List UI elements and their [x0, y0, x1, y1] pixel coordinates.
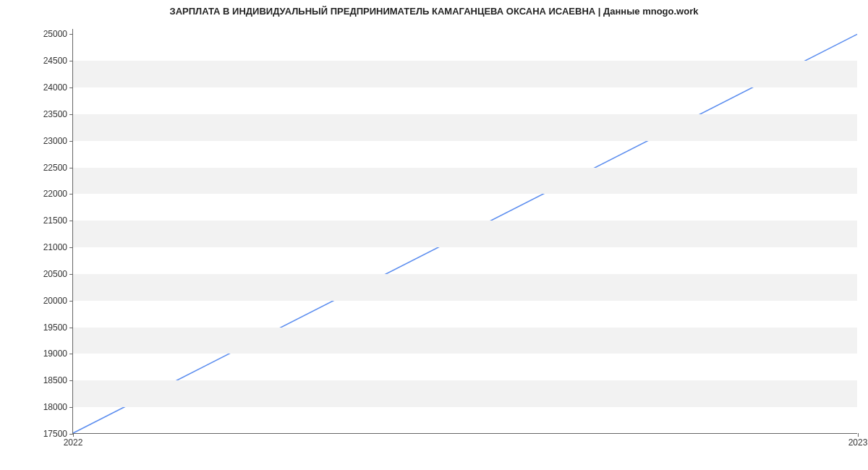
y-tick-label: 23500: [43, 109, 73, 119]
y-tick-label: 21000: [43, 242, 73, 252]
grid-band: [73, 274, 857, 301]
y-tick-label: 18500: [43, 375, 73, 385]
x-tick-label: 2022: [64, 433, 83, 448]
grid-band: [73, 61, 857, 87]
grid-band: [73, 221, 857, 247]
y-tick-label: 19500: [43, 322, 73, 333]
y-tick-label: 18000: [43, 402, 73, 412]
y-tick-label: 24000: [43, 82, 73, 93]
y-tick-label: 25000: [43, 29, 73, 39]
grid-band: [73, 380, 857, 407]
y-tick-label: 22500: [43, 163, 73, 173]
x-tick-label: 2023: [848, 433, 868, 448]
y-tick-label: 23000: [43, 136, 73, 146]
salary-line-chart: ЗАРПЛАТА В ИНДИВИДУАЛЬНЫЙ ПРЕДПРИНИМАТЕЛ…: [0, 0, 868, 470]
chart-title: ЗАРПЛАТА В ИНДИВИДУАЛЬНЫЙ ПРЕДПРИНИМАТЕЛ…: [0, 6, 868, 17]
plot-area: 1750018000185001900019500200002050021000…: [72, 29, 857, 434]
y-tick-label: 24500: [43, 56, 73, 66]
y-tick-label: 19000: [43, 349, 73, 359]
y-tick-label: 20500: [43, 269, 73, 279]
grid-band: [73, 168, 857, 195]
grid-band: [73, 328, 857, 354]
y-tick-label: 22000: [43, 189, 73, 199]
grid-band: [73, 114, 857, 141]
y-tick-label: 21500: [43, 215, 73, 226]
y-tick-label: 20000: [43, 296, 73, 306]
